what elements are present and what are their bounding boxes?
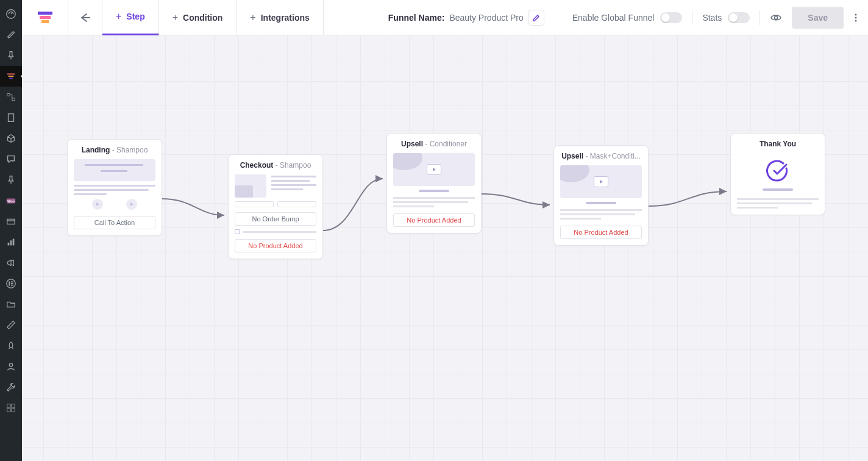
- divider: [692, 10, 692, 25]
- nav-card[interactable]: [0, 211, 22, 232]
- node-preview: [560, 165, 642, 220]
- nav-dashboard[interactable]: [0, 4, 22, 24]
- svg-rect-2: [7, 74, 15, 75]
- node-title: Upsell - Conditioner: [393, 140, 475, 148]
- svg-rect-4: [9, 78, 12, 79]
- node-title: Upsell - Mask+Conditi...: [560, 152, 642, 160]
- nav-user[interactable]: [0, 356, 22, 377]
- back-button[interactable]: [68, 0, 102, 35]
- stats-toggle[interactable]: [728, 12, 750, 23]
- node-landing[interactable]: Landing - Shampoo Call To Action: [67, 139, 162, 236]
- nav-pin2[interactable]: [0, 170, 22, 190]
- node-preview: [235, 174, 316, 207]
- stats-label: Stats: [702, 13, 722, 23]
- svg-rect-17: [11, 281, 13, 282]
- node-preview: [393, 153, 475, 207]
- svg-rect-14: [13, 239, 15, 246]
- nav-wrench[interactable]: [0, 315, 22, 335]
- cta-pill[interactable]: Call To Action: [74, 216, 155, 229]
- nav-pin[interactable]: [0, 45, 22, 66]
- svg-rect-10: [7, 219, 15, 224]
- nav-elementor[interactable]: [0, 273, 22, 294]
- order-bump-pill[interactable]: No Order Bump: [235, 212, 316, 226]
- nav-brush[interactable]: [0, 24, 22, 45]
- global-funnel-toggle-group: Enable Global Funnel: [572, 12, 683, 23]
- funnel-name-label: Funnel Name:: [388, 13, 445, 23]
- plus-icon: +: [116, 11, 121, 22]
- nav-book[interactable]: [0, 107, 22, 128]
- topbar: + Step + Condition + Integrations Funnel…: [22, 0, 868, 35]
- node-title: Checkout - Shampoo: [235, 161, 316, 170]
- svg-rect-19: [11, 285, 13, 286]
- admin-sidebar: Woo: [0, 0, 22, 461]
- nav-package[interactable]: [0, 128, 22, 149]
- svg-rect-7: [9, 114, 14, 122]
- nav-grid[interactable]: [0, 398, 22, 418]
- preview-button[interactable]: [770, 12, 782, 24]
- svg-point-31: [855, 20, 857, 21]
- stats-toggle-group: Stats: [702, 12, 750, 23]
- nav-comment[interactable]: [0, 149, 22, 170]
- right-controls: Enable Global Funnel Stats Save: [572, 7, 868, 29]
- funnel-name-value: Beauty Product Pro: [449, 13, 523, 23]
- plus-icon: +: [173, 12, 178, 23]
- svg-rect-22: [12, 404, 15, 407]
- svg-line-1: [11, 12, 12, 14]
- global-funnel-label: Enable Global Funnel: [572, 13, 655, 23]
- tab-integrations-label: Integrations: [261, 13, 310, 23]
- nav-chart[interactable]: [0, 232, 22, 252]
- svg-point-20: [9, 363, 12, 366]
- tab-condition[interactable]: + Condition: [159, 0, 237, 35]
- svg-rect-12: [8, 243, 10, 246]
- no-product-pill[interactable]: No Product Added: [393, 213, 475, 227]
- svg-rect-6: [12, 98, 15, 101]
- svg-rect-21: [7, 404, 10, 407]
- svg-rect-18: [11, 283, 13, 284]
- node-title: Thank You: [737, 140, 819, 148]
- nav-woo[interactable]: Woo: [0, 190, 22, 211]
- app-logo: [22, 0, 68, 35]
- nav-folder[interactable]: [0, 294, 22, 315]
- svg-point-30: [855, 16, 857, 18]
- node-preview: [737, 159, 819, 209]
- node-upsell-1[interactable]: Upsell - Conditioner No Product Added: [386, 133, 482, 234]
- nav-megaphone[interactable]: [0, 252, 22, 273]
- tab-integrations[interactable]: + Integrations: [237, 0, 323, 35]
- nav-rocket[interactable]: [0, 335, 22, 356]
- nav-flow[interactable]: [0, 87, 22, 107]
- svg-rect-16: [9, 281, 10, 285]
- node-title: Landing - Shampoo: [74, 146, 155, 154]
- svg-rect-3: [9, 76, 14, 77]
- svg-point-29: [855, 13, 857, 15]
- tab-condition-label: Condition: [183, 13, 222, 23]
- nav-tool[interactable]: [0, 377, 22, 398]
- svg-rect-24: [12, 409, 15, 412]
- plus-icon: +: [250, 12, 255, 23]
- save-button-label: Save: [808, 13, 828, 23]
- node-preview: [74, 159, 155, 210]
- divider: [760, 10, 760, 25]
- funnel-canvas[interactable]: Landing - Shampoo Call To Action Checkou…: [22, 35, 868, 461]
- global-funnel-toggle[interactable]: [660, 12, 682, 23]
- svg-rect-26: [40, 16, 51, 19]
- svg-rect-5: [7, 94, 10, 96]
- tab-step[interactable]: + Step: [102, 0, 159, 35]
- node-upsell-2[interactable]: Upsell - Mask+Conditi... No Product Adde…: [553, 145, 649, 246]
- svg-point-28: [775, 16, 778, 19]
- funnel-name: Funnel Name: Beauty Product Pro: [388, 10, 544, 26]
- svg-rect-23: [7, 409, 10, 412]
- connector-arrows: [22, 35, 868, 461]
- no-product-pill[interactable]: No Product Added: [235, 239, 316, 252]
- svg-rect-13: [10, 240, 12, 245]
- node-checkout[interactable]: Checkout - Shampoo No Order Bump No Prod…: [228, 154, 323, 259]
- edit-name-button[interactable]: [528, 10, 544, 26]
- more-button[interactable]: [851, 12, 861, 24]
- no-product-pill[interactable]: No Product Added: [560, 226, 642, 239]
- tab-step-label: Step: [126, 12, 144, 21]
- node-thank-you[interactable]: Thank You: [730, 133, 825, 215]
- svg-rect-27: [41, 20, 49, 23]
- svg-text:Woo: Woo: [7, 199, 15, 203]
- svg-rect-25: [38, 12, 52, 15]
- save-button[interactable]: Save: [792, 7, 844, 29]
- nav-funnel[interactable]: [0, 66, 22, 87]
